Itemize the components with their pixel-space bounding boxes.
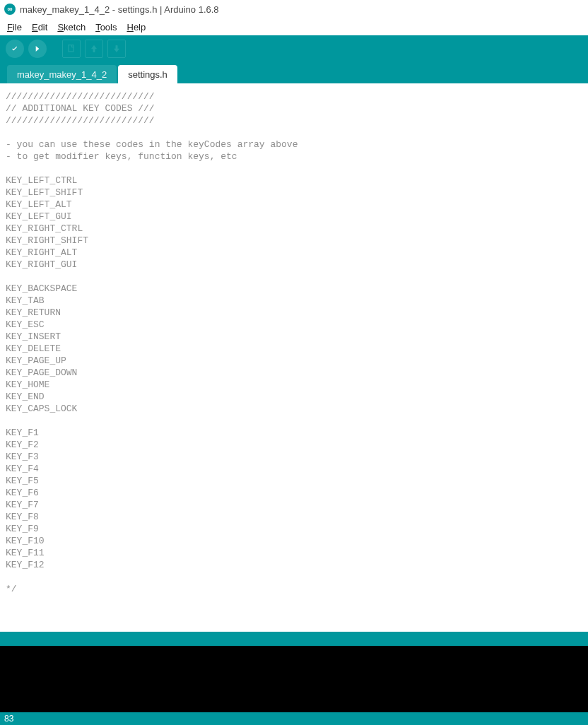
window-title: makey_makey_1_4_2 - settings.h | Arduino…	[20, 4, 219, 15]
menubar: File Edit Sketch Tools Help	[0, 18, 588, 35]
menu-sketch[interactable]: Sketch	[53, 20, 90, 34]
status-bar	[0, 632, 588, 646]
footer-bar: 83	[0, 712, 588, 725]
code-editor[interactable]: /////////////////////////// // ADDITIONA…	[0, 83, 588, 632]
arrow-up-icon	[89, 44, 99, 54]
arrow-right-icon	[33, 44, 42, 54]
new-file-icon	[66, 44, 76, 54]
tab-sketch[interactable]: makey_makey_1_4_2	[7, 65, 117, 83]
tab-strip: makey_makey_1_4_2 settings.h	[0, 62, 588, 83]
titlebar: makey_makey_1_4_2 - settings.h | Arduino…	[0, 0, 588, 18]
menu-edit[interactable]: Edit	[28, 20, 52, 34]
open-button[interactable]	[85, 40, 103, 58]
toolbar	[0, 35, 588, 62]
menu-file[interactable]: File	[3, 20, 26, 34]
new-button[interactable]	[62, 40, 81, 58]
svg-rect-0	[69, 45, 74, 52]
arrow-down-icon	[112, 44, 122, 54]
verify-button[interactable]	[6, 40, 24, 58]
save-button[interactable]	[107, 40, 126, 58]
line-number: 83	[4, 714, 13, 724]
tab-settings[interactable]: settings.h	[118, 65, 177, 83]
upload-button[interactable]	[28, 40, 47, 58]
check-icon	[10, 44, 20, 54]
menu-help[interactable]: Help	[122, 20, 150, 34]
menu-tools[interactable]: Tools	[91, 20, 121, 34]
arduino-logo-icon	[4, 4, 16, 15]
console-panel	[0, 646, 588, 712]
code-content: /////////////////////////// // ADDITIONA…	[6, 90, 582, 595]
